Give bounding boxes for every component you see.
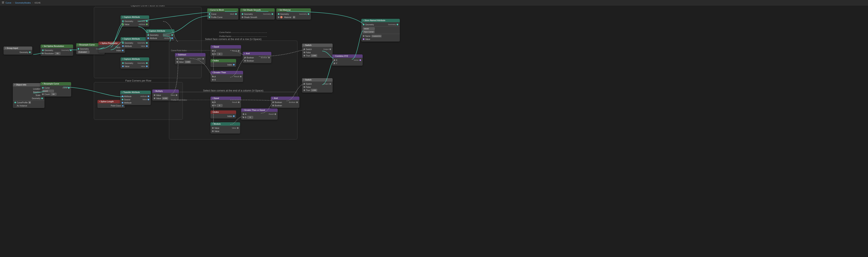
sock[interactable]: [363, 35, 365, 37]
sock[interactable]: [42, 93, 44, 95]
sock[interactable]: [122, 45, 124, 47]
close-btn[interactable]: ✕: [28, 101, 31, 104]
sock[interactable]: [334, 62, 335, 64]
sock[interactable]: [275, 113, 276, 115]
resample-mode[interactable]: Evaluated: [78, 51, 90, 53]
sock[interactable]: [334, 59, 335, 61]
sock[interactable]: [363, 38, 365, 40]
sock[interactable]: [212, 131, 214, 132]
sock[interactable]: [78, 48, 79, 50]
sock[interactable]: [243, 113, 244, 115]
sock[interactable]: [176, 94, 177, 96]
sock[interactable]: [154, 97, 155, 99]
sock[interactable]: [148, 34, 149, 36]
sock[interactable]: [304, 89, 305, 91]
mat-close[interactable]: ✕: [293, 16, 295, 19]
sock[interactable]: [330, 83, 331, 85]
breadcrumb-geo[interactable]: GeometryNodes: [15, 2, 31, 4]
sock[interactable]: [70, 50, 71, 51]
sock[interactable]: [330, 49, 331, 50]
sock[interactable]: [237, 127, 239, 129]
sock[interactable]: [42, 50, 44, 51]
sock[interactable]: [304, 86, 305, 88]
sock[interactable]: [238, 50, 240, 52]
sock[interactable]: [146, 65, 148, 67]
sock[interactable]: [68, 87, 69, 89]
sock[interactable]: [122, 65, 124, 67]
sock[interactable]: [304, 52, 305, 53]
resolution-val[interactable]: 65: [55, 52, 60, 55]
socket-geometry-out[interactable]: [29, 52, 31, 53]
sock[interactable]: [272, 105, 274, 106]
resample2-mode[interactable]: Count: [42, 90, 54, 92]
sock[interactable]: [278, 13, 279, 15]
sock[interactable]: [172, 34, 173, 36]
sock[interactable]: [212, 79, 214, 81]
sock[interactable]: [122, 20, 124, 22]
sock[interactable]: [209, 13, 210, 15]
sock[interactable]: [146, 62, 148, 64]
sock[interactable]: [233, 64, 235, 65]
eq1-b[interactable]: 0: [217, 53, 222, 55]
sock[interactable]: [148, 37, 149, 39]
greq-b[interactable]: 9: [247, 116, 253, 119]
sock[interactable]: [212, 76, 214, 77]
sock[interactable]: [243, 117, 244, 118]
sock[interactable]: [242, 17, 243, 18]
sock[interactable]: [212, 53, 214, 55]
sock[interactable]: [122, 99, 123, 100]
sock[interactable]: [272, 13, 273, 15]
sock[interactable]: [212, 127, 214, 129]
sock[interactable]: [122, 42, 124, 44]
sock[interactable]: [268, 57, 270, 58]
sock[interactable]: [278, 17, 279, 18]
sock[interactable]: [146, 45, 148, 47]
sock[interactable]: [244, 57, 246, 58]
sock[interactable]: [212, 102, 214, 103]
store-name-val[interactable]: CustomUVs: [371, 35, 382, 37]
sock[interactable]: [272, 102, 274, 103]
multiply-val[interactable]: 4.000: [162, 97, 168, 100]
subtract-val[interactable]: 3.000: [185, 61, 191, 63]
sock[interactable]: [304, 49, 305, 50]
sock[interactable]: [122, 24, 124, 25]
sock[interactable]: [146, 24, 148, 25]
sock[interactable]: [240, 76, 242, 77]
sock[interactable]: [242, 13, 243, 15]
sock-left[interactable]: [14, 102, 16, 103]
sock[interactable]: [360, 59, 361, 61]
eq2-b[interactable]: 0: [217, 104, 222, 107]
sock[interactable]: [154, 94, 155, 96]
sock[interactable]: [363, 24, 365, 25]
sock[interactable]: [209, 17, 210, 18]
sock[interactable]: [172, 37, 173, 39]
sw2-true[interactable]: 1.000: [311, 89, 317, 92]
sock[interactable]: [203, 58, 204, 60]
sock[interactable]: [122, 105, 124, 107]
sock[interactable]: [122, 95, 123, 97]
sock[interactable]: [177, 58, 178, 60]
sock[interactable]: [177, 61, 178, 63]
sock[interactable]: [148, 95, 149, 97]
sock[interactable]: [146, 42, 148, 44]
sock[interactable]: [238, 102, 240, 103]
store-type[interactable]: Vector: [363, 27, 375, 30]
sock[interactable]: [397, 24, 398, 25]
sock[interactable]: [41, 97, 43, 99]
sock[interactable]: [122, 102, 123, 104]
sw1-true[interactable]: 1.000: [311, 54, 317, 57]
sock[interactable]: [296, 102, 298, 103]
sock[interactable]: [42, 87, 44, 89]
sock[interactable]: [244, 60, 246, 61]
sock[interactable]: [304, 55, 305, 56]
sock[interactable]: [235, 13, 237, 15]
sock[interactable]: [148, 99, 149, 100]
sock[interactable]: [233, 115, 235, 117]
sock[interactable]: [308, 13, 309, 15]
sock[interactable]: [146, 20, 148, 22]
sock[interactable]: [212, 105, 214, 106]
sock[interactable]: [42, 53, 44, 54]
sock[interactable]: [212, 50, 214, 52]
sock[interactable]: [304, 83, 305, 85]
sock[interactable]: [122, 62, 124, 64]
